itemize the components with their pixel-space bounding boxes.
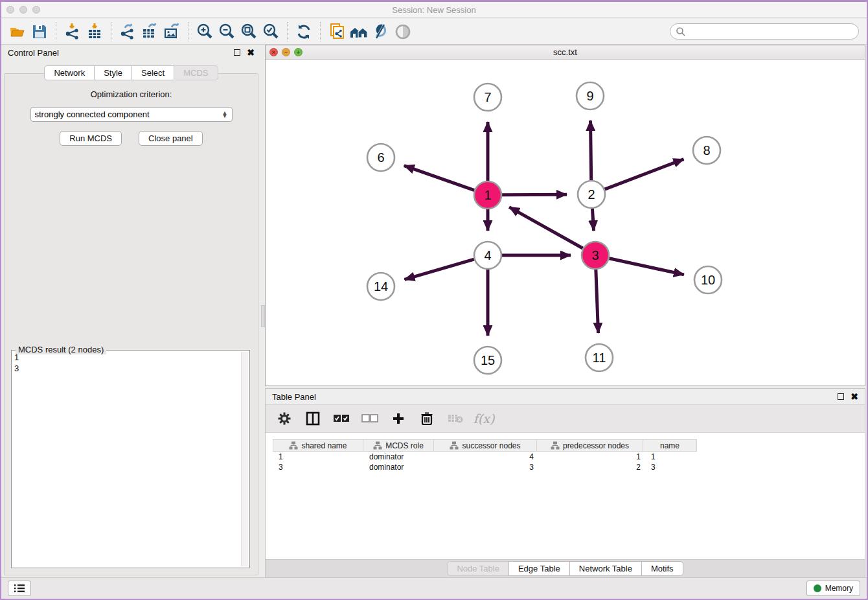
zoom-in-icon[interactable]: [194, 22, 216, 41]
node-label-1: 1: [484, 188, 491, 202]
task-history-button[interactable]: [8, 581, 31, 596]
table-row[interactable]: 1dominator411: [273, 452, 865, 462]
edge-3-10[interactable]: [609, 259, 683, 275]
column-layout-icon[interactable]: [303, 409, 323, 428]
hide-selection-icon[interactable]: [370, 22, 392, 41]
column-header-shared-name[interactable]: shared name: [273, 439, 363, 452]
network-file-title: scc.txt: [266, 47, 865, 57]
table-toolbar: f(x): [266, 404, 865, 433]
column-label: successor nodes: [462, 441, 520, 450]
table-close-panel-icon[interactable]: ✖: [851, 393, 858, 400]
edge-4-14[interactable]: [404, 259, 474, 279]
cell-shared-name[interactable]: 3: [273, 463, 364, 472]
column-label: name: [660, 441, 680, 450]
mcds-result-box: MCDS result (2 nodes) 13: [11, 350, 250, 568]
node-label-15: 15: [481, 353, 495, 367]
status-bar: Memory: [1, 577, 867, 599]
refresh-icon[interactable]: [293, 22, 315, 41]
function-builder-icon[interactable]: f(x): [474, 409, 494, 428]
mcds-result-list[interactable]: 13: [14, 352, 240, 566]
export-network-icon[interactable]: [117, 22, 139, 41]
network-graph[interactable]: 7968124314101511: [266, 60, 865, 386]
optimization-criterion-label: Optimization criterion:: [5, 89, 258, 99]
edge-3-11[interactable]: [596, 270, 599, 333]
minimize-view-button[interactable]: −: [282, 48, 290, 56]
tab-network[interactable]: Network: [44, 65, 95, 80]
cell-shared-name[interactable]: 1: [273, 452, 364, 461]
table-settings-gear-icon[interactable]: [275, 409, 294, 428]
edge-2-8[interactable]: [605, 159, 684, 190]
open-session-icon[interactable]: [6, 22, 29, 41]
close-panel-button[interactable]: Close panel: [139, 131, 203, 146]
column-header-predecessor-nodes[interactable]: predecessor nodes: [536, 439, 643, 452]
run-mcds-button[interactable]: Run MCDS: [60, 131, 122, 146]
table-panel-header: Table Panel ✖: [266, 389, 865, 404]
tab-mcds[interactable]: MCDS: [174, 65, 218, 80]
memory-label: Memory: [825, 584, 853, 593]
table-header-row: shared nameMCDS rolesuccessor nodesprede…: [273, 439, 865, 452]
zoom-out-icon[interactable]: [216, 22, 238, 41]
edge-3-1[interactable]: [509, 207, 583, 249]
node-label-10: 10: [701, 273, 715, 287]
tab-motifs[interactable]: Motifs: [641, 561, 683, 576]
delete-table-icon[interactable]: [446, 409, 465, 428]
cell-successor-nodes[interactable]: 3: [435, 463, 539, 472]
edge-2-3[interactable]: [592, 209, 593, 231]
close-view-button[interactable]: ×: [269, 48, 278, 56]
table-float-panel-icon[interactable]: [838, 393, 844, 400]
application-window: Session: New Session: [0, 0, 868, 600]
cell-MCDS-role[interactable]: dominator: [364, 463, 435, 472]
export-image-icon[interactable]: [161, 22, 183, 41]
import-table-icon[interactable]: [84, 22, 106, 41]
edge-1-2[interactable]: [502, 194, 567, 195]
first-neighbors-icon[interactable]: [348, 22, 370, 41]
tab-network-table[interactable]: Network Table: [569, 561, 642, 576]
memory-button[interactable]: Memory: [806, 581, 860, 596]
cell-name[interactable]: 3: [646, 463, 700, 472]
tab-edge-table[interactable]: Edge Table: [508, 561, 570, 576]
column-header-successor-nodes[interactable]: successor nodes: [433, 439, 537, 452]
float-panel-icon[interactable]: [234, 49, 240, 56]
tab-select[interactable]: Select: [131, 65, 174, 80]
zoom-selected-icon[interactable]: [260, 22, 282, 41]
column-header-name[interactable]: name: [643, 439, 697, 452]
criterion-dropdown[interactable]: strongly connected component ▲▼: [30, 107, 233, 122]
edge-1-6[interactable]: [404, 166, 474, 190]
node-label-2: 2: [588, 187, 595, 202]
import-network-icon[interactable]: [62, 22, 84, 41]
save-session-icon[interactable]: [29, 22, 51, 41]
tab-node-table[interactable]: Node Table: [447, 561, 509, 576]
table-tabs: Node TableEdge TableNetwork TableMotifs: [266, 559, 865, 577]
maximize-view-button[interactable]: +: [294, 48, 303, 56]
network-window-titlebar: × − + scc.txt: [266, 45, 865, 60]
node-label-11: 11: [593, 351, 606, 365]
main-toolbar: [1, 19, 867, 45]
hierarchy-icon: [289, 441, 298, 450]
export-table-icon[interactable]: [139, 22, 161, 41]
table-row[interactable]: 3dominator323: [273, 462, 865, 472]
column-header-MCDS-role[interactable]: MCDS role: [363, 439, 434, 452]
edge-2-9[interactable]: [591, 121, 591, 180]
control-panel-tabs: NetworkStyleSelectMCDS: [1, 65, 261, 80]
create-column-icon[interactable]: [389, 409, 408, 428]
hierarchy-icon: [450, 441, 459, 450]
network-canvas[interactable]: 7968124314101511: [266, 60, 865, 386]
delete-column-trash-icon[interactable]: [417, 409, 437, 428]
deselect-all-rows-icon[interactable]: [360, 409, 380, 428]
cell-MCDS-role[interactable]: dominator: [364, 452, 435, 461]
show-all-icon[interactable]: [392, 22, 414, 41]
cell-successor-nodes[interactable]: 4: [435, 452, 539, 461]
cell-predecessor-nodes[interactable]: 1: [539, 452, 646, 461]
close-panel-icon[interactable]: ✖: [247, 49, 255, 56]
tab-style[interactable]: Style: [94, 65, 132, 80]
result-scrollbar[interactable]: [241, 352, 248, 566]
new-network-from-selection-icon[interactable]: [326, 22, 348, 41]
table-panel-title: Table Panel: [272, 392, 316, 402]
cell-predecessor-nodes[interactable]: 2: [539, 463, 646, 472]
select-all-rows-icon[interactable]: [332, 409, 351, 428]
hierarchy-icon: [551, 441, 560, 450]
cell-name[interactable]: 1: [646, 452, 700, 461]
task-list-icon: [14, 584, 25, 593]
zoom-fit-icon[interactable]: [238, 22, 260, 41]
search-input[interactable]: [670, 23, 859, 40]
